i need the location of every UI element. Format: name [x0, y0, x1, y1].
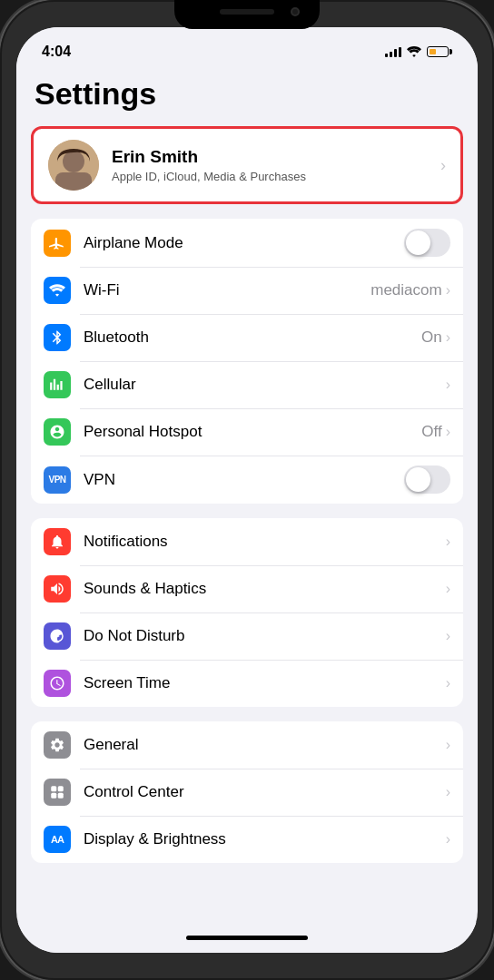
svg-rect-6	[58, 793, 64, 799]
profile-subtitle: Apple ID, iCloud, Media & Purchases	[112, 170, 433, 183]
wifi-status-icon	[407, 46, 421, 57]
profile-row[interactable]: Erin Smith Apple ID, iCloud, Media & Pur…	[31, 126, 463, 204]
airplane-mode-label: Airplane Mode	[84, 234, 404, 252]
status-bar: 4:04	[16, 27, 478, 67]
personal-hotspot-value: Off	[421, 423, 441, 441]
bluetooth-label: Bluetooth	[84, 328, 421, 347]
profile-chevron: ›	[440, 156, 446, 175]
home-bar	[186, 936, 308, 940]
display-brightness-label: Display & Brightness	[84, 830, 446, 848]
sounds-haptics-icon	[44, 575, 71, 603]
cellular-label: Cellular	[84, 376, 446, 394]
svg-rect-2	[55, 172, 92, 191]
wifi-value: mediacom	[370, 281, 441, 299]
bluetooth-icon	[44, 324, 71, 351]
cellular-symbol	[49, 377, 65, 393]
bluetooth-value: On	[421, 328, 442, 347]
vpn-toggle[interactable]	[404, 466, 450, 494]
airplane-icon	[49, 235, 65, 251]
wifi-row[interactable]: Wi-Fi mediacom ›	[31, 267, 463, 314]
avatar-image	[48, 140, 99, 191]
notifications-chevron: ›	[446, 534, 450, 550]
screen-time-label: Screen Time	[84, 674, 446, 692]
control-center-symbol	[49, 784, 65, 800]
airplane-mode-toggle[interactable]	[404, 229, 450, 257]
notifications-icon	[44, 528, 71, 555]
vpn-row[interactable]: VPN VPN	[31, 456, 463, 504]
cellular-chevron: ›	[446, 377, 450, 393]
display-brightness-row[interactable]: AA Display & Brightness ›	[31, 816, 463, 863]
sounds-haptics-chevron: ›	[446, 581, 450, 597]
vpn-icon: VPN	[44, 466, 71, 494]
control-center-icon	[44, 779, 71, 806]
sounds-haptics-label: Sounds & Haptics	[84, 580, 446, 598]
screen-time-symbol	[49, 675, 65, 691]
profile-info: Erin Smith Apple ID, iCloud, Media & Pur…	[112, 147, 433, 183]
signal-bars-icon	[385, 47, 401, 57]
status-icons	[385, 46, 452, 57]
control-center-row[interactable]: Control Center ›	[31, 769, 463, 816]
screen-time-row[interactable]: Screen Time ›	[31, 660, 463, 707]
bluetooth-row[interactable]: Bluetooth On ›	[31, 314, 463, 361]
hotspot-symbol	[49, 424, 65, 440]
vpn-label: VPN	[84, 471, 404, 489]
display-brightness-icon: AA	[44, 826, 71, 853]
notifications-label: Notifications	[84, 533, 446, 551]
general-icon	[44, 731, 71, 759]
svg-rect-3	[51, 786, 56, 791]
status-time: 4:04	[42, 44, 71, 60]
do-not-disturb-label: Do Not Disturb	[84, 627, 446, 645]
screen-time-chevron: ›	[446, 675, 450, 691]
control-center-label: Control Center	[84, 783, 446, 801]
screen: 4:04 Setting	[16, 27, 478, 953]
do-not-disturb-row[interactable]: Do Not Disturb ›	[31, 612, 463, 660]
do-not-disturb-chevron: ›	[446, 628, 450, 644]
notch-camera	[291, 7, 300, 16]
notifications-row[interactable]: Notifications ›	[31, 518, 463, 565]
vpn-symbol: VPN	[48, 475, 65, 485]
cellular-row[interactable]: Cellular ›	[31, 361, 463, 408]
avatar	[48, 140, 99, 191]
wifi-icon	[44, 277, 71, 304]
svg-rect-4	[58, 786, 64, 791]
wifi-symbol	[49, 282, 65, 299]
screen-time-icon	[44, 670, 71, 697]
personal-hotspot-chevron: ›	[446, 424, 450, 440]
sounds-symbol	[49, 581, 65, 597]
svg-rect-5	[51, 793, 56, 799]
general-row[interactable]: General ›	[31, 721, 463, 769]
general-chevron: ›	[446, 737, 450, 753]
airplane-mode-icon	[44, 230, 71, 257]
profile-name: Erin Smith	[112, 147, 433, 168]
notch-speaker	[220, 9, 274, 15]
notifications-symbol	[49, 534, 65, 550]
wifi-chevron: ›	[446, 282, 450, 299]
general-label: General	[84, 736, 446, 754]
page-title: Settings	[16, 67, 478, 126]
notifications-group: Notifications › Sounds & Haptics ›	[31, 518, 463, 707]
display-symbol: AA	[51, 834, 64, 845]
bluetooth-chevron: ›	[446, 329, 450, 346]
phone-frame: 4:04 Setting	[0, 0, 494, 980]
control-center-chevron: ›	[446, 784, 450, 800]
battery-icon	[427, 46, 452, 57]
home-indicator	[16, 922, 478, 953]
sounds-haptics-row[interactable]: Sounds & Haptics ›	[31, 565, 463, 612]
airplane-mode-row[interactable]: Airplane Mode	[31, 219, 463, 267]
wifi-label: Wi-Fi	[84, 281, 370, 299]
svg-point-1	[63, 151, 84, 172]
personal-hotspot-row[interactable]: Personal Hotspot Off ›	[31, 408, 463, 456]
notch	[174, 0, 320, 29]
display-brightness-chevron: ›	[446, 831, 450, 848]
personal-hotspot-label: Personal Hotspot	[84, 423, 421, 441]
bluetooth-symbol	[49, 329, 65, 346]
personal-hotspot-icon	[44, 418, 71, 446]
dnd-symbol	[49, 628, 65, 644]
general-symbol	[49, 737, 65, 753]
do-not-disturb-icon	[44, 622, 71, 650]
settings-content[interactable]: Settings Erin Smith Apple ID, iCloud, Me	[16, 67, 478, 922]
general-group: General › Control Center ›	[31, 721, 463, 863]
cellular-icon	[44, 371, 71, 398]
connectivity-group: Airplane Mode Wi-Fi medi	[31, 219, 463, 504]
